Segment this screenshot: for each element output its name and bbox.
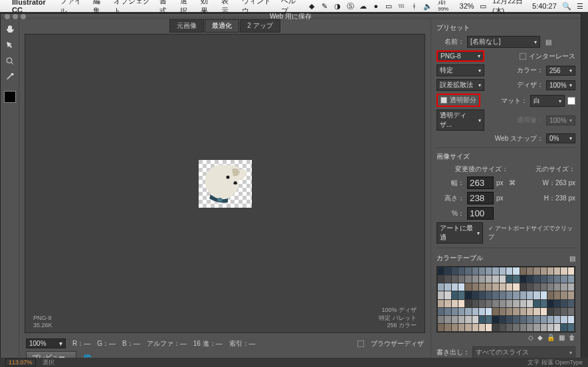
canvas-info-left: PNG-8 35.26K <box>33 315 52 330</box>
svg-point-2 <box>217 198 223 202</box>
colortable-section-title: カラーテーブル <box>437 254 567 263</box>
titlebar: Web 用に保存 <box>1 14 581 19</box>
app-statusbar: 113.07% 選択 文字 段落 OpenType <box>0 358 588 367</box>
battery-icon[interactable]: ▭ <box>480 1 487 11</box>
dropbox-icon[interactable]: ◆ <box>308 1 316 11</box>
readout-alpha: アルファ：— <box>147 339 187 348</box>
websnap-select[interactable]: 0%▾ <box>546 133 575 143</box>
save-for-web-dialog: Web 用に保存 元画像 最適化 2 アップ <box>0 13 581 367</box>
info-format: PNG-8 <box>33 315 52 323</box>
export-label: 書き出し： <box>437 348 470 357</box>
ct-icon-4[interactable]: ▦ <box>559 334 565 341</box>
orig-width: W：263 px <box>543 179 575 188</box>
mac-menubar: Illustrator CC ファイル 編集 オブジェクト 書式 選択 効果 表… <box>0 0 588 12</box>
color-label: カラー： <box>517 66 543 75</box>
ct-icon-5[interactable]: 🗑 <box>569 334 575 341</box>
volume-icon[interactable]: 🔈 <box>423 1 433 11</box>
name-label: 名前： <box>437 37 464 46</box>
interlace-checkbox[interactable] <box>520 53 526 60</box>
readout-index: 索引：— <box>229 339 256 348</box>
interlace-label: インターレース <box>529 52 575 61</box>
close-icon[interactable] <box>5 14 10 19</box>
matte-label: マット： <box>501 96 528 106</box>
minimize-icon[interactable] <box>13 14 18 19</box>
sync-icon[interactable]: ◑ <box>334 1 341 11</box>
status-mode: 文字 段落 OpenType <box>528 358 583 367</box>
ct-icon-1[interactable]: ◇ <box>528 334 534 341</box>
app-name[interactable]: Illustrator CC <box>12 0 52 14</box>
canvas-info-right: 100% ディザ 特定 パレット 256 カラー <box>379 307 417 330</box>
battery-text: 32% <box>460 2 474 10</box>
browser-dither-checkbox[interactable] <box>357 340 364 347</box>
status-zoom[interactable]: 113.07% <box>5 358 36 366</box>
height-input[interactable] <box>467 192 494 204</box>
wifi-icon[interactable]: ᯾ <box>398 1 405 11</box>
preset-menu-icon[interactable]: ▤ <box>545 38 551 46</box>
time[interactable]: 5:40:27 <box>532 2 557 10</box>
eyedropper-tool-icon[interactable] <box>4 71 16 83</box>
fit-select[interactable]: アートに最適▾ <box>437 222 483 244</box>
readout-g: G：— <box>97 339 116 348</box>
tool-strip <box>1 19 19 362</box>
color-count-select[interactable]: 256▾ <box>546 66 575 76</box>
width-input[interactable] <box>467 177 494 189</box>
skype-icon[interactable]: Ⓢ <box>347 1 354 11</box>
reduction-select[interactable]: 特定▾ <box>437 64 484 76</box>
foreground-swatch[interactable] <box>4 91 16 103</box>
readout-r: R：— <box>72 339 90 348</box>
zoom-icon[interactable] <box>21 14 26 19</box>
status-sel: 選択 <box>43 358 54 367</box>
cloud-icon[interactable]: ☁ <box>359 1 367 11</box>
svg-point-0 <box>7 58 12 63</box>
dither-label: ディザ： <box>517 80 543 90</box>
height-label: 高さ： <box>437 194 464 203</box>
ct-icon-2[interactable]: ◆ <box>538 334 543 341</box>
notifications-icon[interactable]: ☰ <box>577 1 584 11</box>
websnap-label: Web スナップ： <box>495 134 543 143</box>
tab-optimized[interactable]: 最適化 <box>205 19 239 33</box>
dither-method-select[interactable]: 誤差拡散法▾ <box>437 79 484 91</box>
info-dither: 100% ディザ <box>379 307 417 315</box>
bluetooth-icon[interactable]: ᚼ <box>411 1 418 11</box>
tab-original[interactable]: 元画像 <box>169 19 204 33</box>
display-icon[interactable]: ▭ <box>385 1 392 11</box>
slice-select-tool-icon[interactable] <box>4 39 16 51</box>
tab-2up[interactable]: 2 アップ <box>240 19 280 33</box>
info-palette: 特定 パレット <box>379 315 417 323</box>
imagesize-section-title: 画像サイズ <box>437 152 575 161</box>
percent-label: %： <box>437 209 464 218</box>
spotlight-icon[interactable]: 🔍 <box>562 1 571 11</box>
orig-size-label: 元のサイズ： <box>529 165 575 174</box>
memory-status: ﾒﾓﾘ 99% <box>438 0 454 12</box>
preset-name-select[interactable]: [名前なし]▾ <box>467 36 540 48</box>
browser-dither-label: ブラウザーディザ <box>371 339 424 348</box>
line-icon[interactable]: ● <box>372 1 379 11</box>
zoom-select[interactable]: 100%▾ <box>26 338 66 348</box>
preview-canvas[interactable]: PNG-8 35.26K 100% ディザ 特定 パレット 256 カラー <box>25 34 425 333</box>
info-size: 35.26K <box>33 322 52 330</box>
width-label: 幅： <box>437 179 464 188</box>
settings-panel: プリセット 名前： [名前なし]▾ ▤ PNG-8▾ インターレース 特定▾ カ… <box>431 19 581 362</box>
evernote-icon[interactable]: ✎ <box>321 1 328 11</box>
apply-label: 適用量： <box>517 115 543 125</box>
preview-tabs: 元画像 最適化 2 アップ <box>19 19 431 31</box>
orig-height: H：238 px <box>544 194 575 203</box>
after-size-label: 変更後のサイズ： <box>437 165 526 174</box>
format-select[interactable]: PNG-8▾ <box>437 50 484 62</box>
color-table[interactable] <box>437 266 575 332</box>
readout-hex: 16 進：— <box>193 339 223 348</box>
zoom-tool-icon[interactable] <box>4 55 16 67</box>
dither-amount-select[interactable]: 100%▾ <box>546 80 575 90</box>
link-icon[interactable]: ⌘ <box>509 179 516 186</box>
trans-dither-select[interactable]: 透明ディザ...▾ <box>437 110 484 131</box>
colortable-menu-icon[interactable]: ▤ <box>569 255 575 262</box>
percent-input[interactable] <box>467 207 494 220</box>
matte-select[interactable]: 白▾ <box>530 95 565 107</box>
preset-section-title: プリセット <box>437 23 575 33</box>
clip-artboard-label[interactable]: ✓ アートボードサイズでクリップ <box>488 224 575 242</box>
matte-swatch[interactable] <box>567 97 575 105</box>
hand-tool-icon[interactable] <box>4 23 16 35</box>
export-select[interactable]: すべてのスライス▾ <box>472 346 575 358</box>
ct-icon-3[interactable]: 🔒 <box>547 334 555 341</box>
apply-amount-select: 100%▾ <box>546 115 575 125</box>
